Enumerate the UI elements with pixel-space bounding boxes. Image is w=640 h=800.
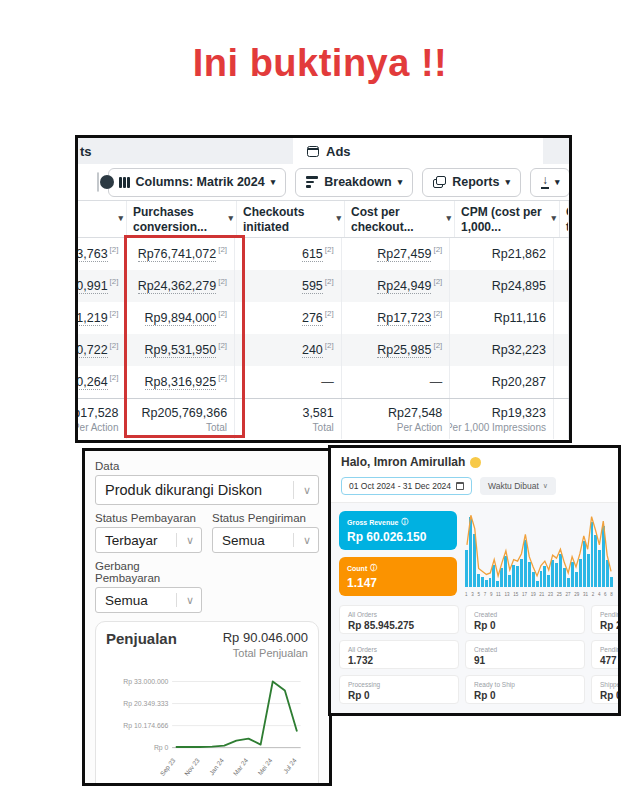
info-icon[interactable]: ⓘ (401, 517, 408, 527)
data-select[interactable]: Produk dikurangi Diskon ∨ (95, 475, 319, 505)
ads-toolbar: 0 Columns: Matrik 2024 ▾ Breakdown ▾ Rep… (78, 164, 569, 200)
time-filter-dropdown[interactable]: Waktu Dibuat ∨ (480, 477, 556, 495)
table-cell[interactable]: Rp9,531,950[2] (127, 334, 236, 366)
table-cell[interactable]: 240[2] (235, 334, 342, 366)
table-cell[interactable]: 0,991[2] (78, 270, 127, 302)
table-cell (554, 238, 569, 270)
table-row: 0,722[2] Rp9,531,950[2] 240[2] Rp25,985[… (78, 334, 569, 366)
table-cell[interactable]: 276[2] (235, 302, 342, 334)
table-cell[interactable]: 615[2] (235, 238, 342, 270)
sales-chart-title: Penjualan (106, 630, 177, 647)
table-cell[interactable]: Rp17,723[2] (342, 302, 451, 334)
calendar-icon (456, 482, 464, 490)
x-tick-label: 4 (598, 592, 601, 597)
footnote-marker: [2] (218, 373, 227, 382)
header-label: Purchases conversion... (133, 205, 207, 234)
footnote-marker: [2] (110, 245, 119, 254)
x-tick-label: 29 (574, 592, 579, 597)
ads-tab-strip: ts Ads (78, 138, 569, 164)
column-header-cpm[interactable]: CPM (cost per 1,000...▾ (455, 201, 560, 237)
column-header-checkouts[interactable]: Checkouts initiated▾ (237, 201, 345, 237)
columns-dropdown-button[interactable]: Columns: Matrik 2024 ▾ (108, 168, 286, 197)
table-cell (554, 270, 569, 302)
line-overlay (465, 513, 613, 587)
page-title: Ini buktinya !! (0, 42, 640, 85)
status-pengiriman-label: Status Pengiriman (212, 512, 319, 524)
x-tick-label: 15 (513, 592, 518, 597)
tab-ads-label: Ads (326, 144, 351, 159)
ads-tab-icon (307, 146, 319, 157)
count-card: Countⓘ 1.147 (339, 557, 457, 596)
data-label: Data (95, 460, 319, 472)
tab-strip-filler (543, 138, 569, 164)
chevron-down-icon: ∨ (543, 482, 548, 490)
svg-text:Jul 24: Jul 24 (282, 756, 298, 774)
column-header-cost-per-checkout[interactable]: Cost per checkout...▾ (345, 201, 455, 237)
svg-text:Rp 33.000.000: Rp 33.000.000 (123, 678, 168, 686)
columns-icon (119, 177, 130, 188)
svg-text:Rp 10.174.666: Rp 10.174.666 (123, 722, 168, 730)
footnote-marker: [2] (325, 277, 334, 286)
chevron-down-icon: ∨ (303, 484, 311, 497)
table-cell[interactable]: 0,722[2] (78, 334, 127, 366)
footnote-marker: [2] (325, 245, 334, 254)
table-cell[interactable]: Rp8,316,925[2] (127, 366, 236, 398)
footnote-marker: [2] (110, 373, 119, 382)
table-cell[interactable]: 3,763[2] (78, 238, 127, 270)
chevron-down-icon: ▾ (398, 177, 403, 187)
stat-card: PendingRp 2 (591, 605, 621, 634)
table-cell[interactable]: Rp24,949[2] (342, 270, 451, 302)
stat-card: ShippedRp 0 (591, 675, 621, 704)
footnote-marker: [2] (433, 277, 442, 286)
status-pembayaran-label: Status Pembayaran (95, 512, 202, 524)
svg-text:Mei 24: Mei 24 (256, 756, 274, 776)
x-tick-label: 5 (477, 592, 480, 597)
table-cell[interactable]: Rp76,741,072[2] (127, 238, 236, 270)
table-cell[interactable]: 595[2] (235, 270, 342, 302)
totals-cell: 3,581Total (235, 399, 342, 439)
info-icon[interactable]: ⓘ (370, 563, 377, 573)
seller-dashboard-panel: Halo, Imron Amirullah 01 Oct 2024 - 31 D… (328, 445, 621, 716)
export-dropdown-button[interactable]: ↓ ▾ (530, 168, 571, 197)
tab-adsets-label: ts (80, 144, 92, 159)
status-pengiriman-select[interactable]: Semua ∨ (212, 527, 319, 553)
breakdown-dropdown-button[interactable]: Breakdown ▾ (295, 168, 413, 197)
data-select-value: Produk dikurangi Diskon (105, 482, 262, 498)
gerbang-pembayaran-select[interactable]: Semua ∨ (95, 587, 202, 613)
table-cell: Rp20,287 (450, 366, 554, 398)
x-tick-label: 6 (604, 592, 607, 597)
column-header-clipped[interactable]: ▾ (78, 201, 127, 237)
stat-card: Pending477 (591, 640, 621, 669)
table-cell[interactable]: 1,219[2] (78, 302, 127, 334)
column-header-purchases[interactable]: Purchases conversion...▾ (127, 201, 237, 237)
toggle-switch[interactable] (97, 172, 99, 192)
gerbang-pembayaran-value: Semua (105, 593, 148, 608)
x-tick-label: 23 (548, 592, 553, 597)
stat-card: ProcessingRp 0 (339, 675, 459, 704)
tab-ads[interactable]: Ads (293, 138, 543, 164)
gerbang-pembayaran-label: Gerbang Pembayaran (95, 560, 202, 584)
header-label: Cost per checkout... (351, 205, 414, 234)
svg-text:Nov 23: Nov 23 (183, 756, 201, 777)
date-range-picker[interactable]: 01 Oct 2024 - 31 Dec 2024 (341, 477, 472, 495)
table-row: 0,264[2] Rp8,316,925[2] — — Rp20,287 (78, 366, 569, 398)
table-cell[interactable]: Rp25,985[2] (342, 334, 451, 366)
table-cell[interactable]: 0,264[2] (78, 366, 127, 398)
stat-card: CreatedRp 0 (465, 605, 585, 634)
breakdown-button-label: Breakdown (324, 175, 391, 189)
table-cell[interactable]: Rp9,894,000[2] (127, 302, 236, 334)
sort-caret-icon: ▾ (336, 213, 341, 224)
table-cell: Rp11,116 (450, 302, 554, 334)
chevron-down-icon: ▾ (505, 177, 510, 187)
reports-dropdown-button[interactable]: Reports ▾ (422, 168, 521, 197)
reports-icon (433, 176, 446, 188)
header-label: Checkouts initiated (243, 205, 304, 234)
column-header-last-clipped[interactable]: C t... (560, 201, 569, 237)
table-cell[interactable]: Rp27,459[2] (342, 238, 451, 270)
tab-adsets-clipped[interactable]: ts (78, 138, 293, 164)
x-tick-label: 25 (557, 592, 562, 597)
sales-total-label: Total Penjualan (223, 647, 308, 659)
table-cell[interactable]: Rp24,362,279[2] (127, 270, 236, 302)
status-pembayaran-select[interactable]: Terbayar ∨ (95, 527, 202, 553)
toggle-knob (100, 175, 114, 189)
